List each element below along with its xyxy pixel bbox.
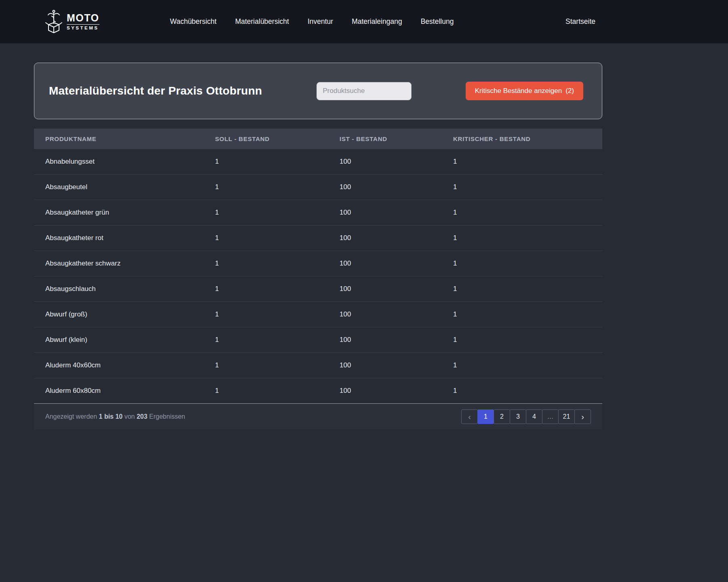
cell-ist-bestand: 100 [340, 226, 453, 251]
cell-soll-bestand: 1 [215, 327, 340, 353]
cell-produktname: Abnabelungsset [34, 149, 215, 175]
column-header-soll-bestand: SOLL - BESTAND [215, 129, 340, 149]
main-content: Materialübersicht der Praxis Ottobrunn K… [34, 63, 602, 430]
cell-kritischer-bestand: 1 [453, 276, 602, 302]
summary-range: 1 bis 10 [99, 413, 123, 420]
cell-produktname: Absaugschlauch [34, 276, 215, 302]
table-body: Abnabelungsset 1 100 1 Absaugbeutel 1 10… [34, 149, 602, 403]
pagination-page-21[interactable]: 21 [558, 409, 575, 424]
pagination-page-4[interactable]: 4 [526, 409, 542, 424]
summary-text: von [122, 413, 137, 420]
cell-kritischer-bestand: 1 [453, 327, 602, 353]
pagination-page-3[interactable]: 3 [510, 409, 526, 424]
brand-subname: SYSTEMS [67, 24, 99, 31]
cell-soll-bestand: 1 [215, 378, 340, 404]
table-row[interactable]: Abnabelungsset 1 100 1 [34, 149, 602, 175]
nav-item-inventur[interactable]: Inventur [308, 17, 333, 26]
top-navbar: MOTO SYSTEMS Wachübersicht Materialübers… [0, 0, 728, 43]
nav-item-materialuebersicht[interactable]: Materialübersicht [235, 17, 289, 26]
cell-produktname: Abwurf (groß) [34, 302, 215, 327]
cell-ist-bestand: 100 [340, 149, 453, 175]
cell-ist-bestand: 100 [340, 353, 453, 378]
page-title: Materialübersicht der Praxis Ottobrunn [49, 84, 262, 97]
cell-ist-bestand: 100 [340, 175, 453, 200]
material-table: PRODUKTNAME SOLL - BESTAND IST - BESTAND… [34, 129, 602, 403]
cell-soll-bestand: 1 [215, 302, 340, 327]
cell-produktname: Abwurf (klein) [34, 327, 215, 353]
cell-kritischer-bestand: 1 [453, 302, 602, 327]
cell-produktname: Absaugkatheter schwarz [34, 251, 215, 276]
table-row[interactable]: Abwurf (groß) 1 100 1 [34, 302, 602, 327]
table-footer: Angezeigt werden 1 bis 10 von 203 Ergebn… [34, 403, 602, 430]
brand-wordmark: MOTO SYSTEMS [67, 13, 99, 31]
pagination-ellipsis[interactable]: … [542, 409, 559, 424]
table-row[interactable]: Absaugkatheter schwarz 1 100 1 [34, 251, 602, 276]
column-header-produktname: PRODUKTNAME [34, 129, 215, 149]
table-row[interactable]: Absaugschlauch 1 100 1 [34, 276, 602, 302]
column-header-ist-bestand: IST - BESTAND [340, 129, 453, 149]
cell-soll-bestand: 1 [215, 200, 340, 226]
table-row[interactable]: Abwurf (klein) 1 100 1 [34, 327, 602, 353]
cell-produktname: Absaugkatheter grün [34, 200, 215, 226]
cell-produktname: Absaugkatheter rot [34, 226, 215, 251]
nav-item-materialeingang[interactable]: Materialeingang [352, 17, 402, 26]
cell-ist-bestand: 100 [340, 251, 453, 276]
critical-stock-button[interactable]: Kritische Bestände anzeigen (2) [466, 82, 583, 100]
nav-links: Wachübersicht Materialübersicht Inventur… [170, 17, 454, 26]
summary-total: 203 [137, 413, 148, 420]
cell-kritischer-bestand: 1 [453, 251, 602, 276]
brand-name: MOTO [67, 13, 99, 23]
cell-soll-bestand: 1 [215, 251, 340, 276]
pagination-page-1[interactable]: 1 [477, 409, 494, 424]
cell-soll-bestand: 1 [215, 276, 340, 302]
cell-kritischer-bestand: 1 [453, 200, 602, 226]
brand-logo[interactable]: MOTO SYSTEMS [44, 9, 99, 34]
summary-text: Angezeigt werden [45, 413, 99, 420]
brand-logo-icon [44, 9, 63, 34]
table-row[interactable]: Absaugkatheter rot 1 100 1 [34, 226, 602, 251]
cell-ist-bestand: 100 [340, 200, 453, 226]
cell-soll-bestand: 1 [215, 175, 340, 200]
column-header-kritischer-bestand: KRITISCHER - BESTAND [453, 129, 602, 149]
pagination: ‹1234…21› [462, 409, 591, 424]
pagination-page-2[interactable]: 2 [494, 409, 510, 424]
cell-ist-bestand: 100 [340, 276, 453, 302]
cell-soll-bestand: 1 [215, 149, 340, 175]
cell-produktname: Aluderm 60x80cm [34, 378, 215, 404]
cell-kritischer-bestand: 1 [453, 226, 602, 251]
cell-kritischer-bestand: 1 [453, 353, 602, 378]
table-row[interactable]: Aluderm 60x80cm 1 100 1 [34, 378, 602, 404]
table-row[interactable]: Absaugkatheter grün 1 100 1 [34, 200, 602, 226]
critical-stock-button-count: (2) [566, 87, 574, 95]
pagination-prev[interactable]: ‹ [461, 409, 478, 424]
product-search-input[interactable] [317, 82, 411, 100]
critical-stock-button-label: Kritische Bestände anzeigen [475, 87, 562, 95]
cell-kritischer-bestand: 1 [453, 175, 602, 200]
cell-produktname: Aluderm 40x60cm [34, 353, 215, 378]
cell-ist-bestand: 100 [340, 302, 453, 327]
material-table-section: PRODUKTNAME SOLL - BESTAND IST - BESTAND… [34, 129, 602, 430]
nav-item-bestellung[interactable]: Bestellung [421, 17, 454, 26]
cell-kritischer-bestand: 1 [453, 378, 602, 404]
pagination-next[interactable]: › [574, 409, 591, 424]
table-header: PRODUKTNAME SOLL - BESTAND IST - BESTAND… [34, 129, 602, 149]
summary-text: Ergebnissen [148, 413, 185, 420]
nav-item-startseite[interactable]: Startseite [566, 17, 595, 26]
results-summary: Angezeigt werden 1 bis 10 von 203 Ergebn… [45, 413, 185, 420]
cell-produktname: Absaugbeutel [34, 175, 215, 200]
cell-ist-bestand: 100 [340, 327, 453, 353]
table-row[interactable]: Absaugbeutel 1 100 1 [34, 175, 602, 200]
nav-item-wachuebersicht[interactable]: Wachübersicht [170, 17, 217, 26]
cell-soll-bestand: 1 [215, 226, 340, 251]
page-header-card: Materialübersicht der Praxis Ottobrunn K… [34, 63, 602, 119]
cell-soll-bestand: 1 [215, 353, 340, 378]
cell-ist-bestand: 100 [340, 378, 453, 404]
cell-kritischer-bestand: 1 [453, 149, 602, 175]
table-row[interactable]: Aluderm 40x60cm 1 100 1 [34, 353, 602, 378]
